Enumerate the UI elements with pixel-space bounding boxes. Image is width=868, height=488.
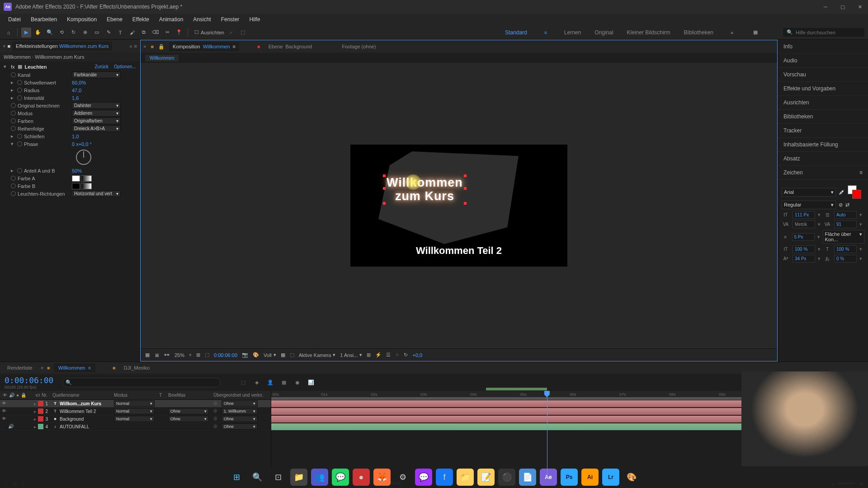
search-taskbar-icon[interactable]: 🔍 (249, 469, 266, 486)
hide-shy-icon[interactable]: 👤 (266, 378, 275, 387)
stopwatch-icon[interactable] (11, 118, 16, 123)
parent-dropdown[interactable]: Ohne▾ (222, 416, 258, 422)
options-link[interactable]: Optionen... (114, 64, 136, 69)
audio-section[interactable]: Audio (778, 54, 868, 68)
menu-ansicht[interactable]: Ansicht (189, 14, 215, 24)
expand-icon[interactable]: ▸ (11, 80, 15, 85)
tracker-section[interactable]: Tracker (778, 124, 868, 138)
stopwatch-icon[interactable] (17, 141, 22, 146)
selection-handle[interactable] (383, 187, 386, 190)
lock-column-icon[interactable]: 🔒 (21, 393, 26, 398)
canvas[interactable]: Willkommen zum Kurs Willkommen Teil 2 (350, 145, 567, 267)
panel-overflow-icon[interactable]: » (129, 43, 132, 49)
pixel-aspect-icon[interactable]: ⊞ (367, 352, 371, 358)
label-column-icon[interactable]: 🏷 (36, 393, 40, 398)
app-icon[interactable]: ⚙ (394, 469, 411, 486)
text-layer-1[interactable]: Willkommen zum Kurs (387, 176, 463, 203)
help-search[interactable]: 🔍 (783, 28, 864, 37)
exposure-value[interactable]: +0,0 (412, 352, 422, 358)
workspace-original[interactable]: Original (594, 29, 613, 36)
obs-icon[interactable]: ⚫ (498, 469, 515, 486)
layer-name[interactable]: Willkom...zum Kurs (60, 401, 101, 406)
stopwatch-icon[interactable] (11, 191, 16, 196)
solo-column-icon[interactable]: ● (16, 393, 19, 398)
content-aware-section[interactable]: Inhaltsbasierte Füllung (778, 138, 868, 152)
panel-menu-icon[interactable]: ≡ (859, 169, 863, 176)
stopwatch-icon[interactable] (17, 168, 22, 173)
help-search-input[interactable] (796, 30, 861, 35)
menu-bearbeiten[interactable]: Bearbeiten (26, 14, 61, 24)
viewer-timecode[interactable]: 0:00:06:00 (214, 352, 237, 358)
menu-datei[interactable]: Datei (4, 14, 25, 24)
parent-dropdown[interactable]: Ohne▾ (222, 423, 258, 430)
align-checkbox[interactable]: ☐ Ausrichten (194, 29, 224, 35)
expand-icon[interactable]: ▸ (11, 133, 15, 139)
effect-name[interactable]: Leuchten (25, 64, 47, 70)
eyedropper-icon[interactable] (81, 183, 92, 189)
menu-komposition[interactable]: Komposition (62, 14, 101, 24)
close-button[interactable]: ✕ (855, 2, 864, 11)
app-icon[interactable]: 📄 (519, 469, 536, 486)
visibility-toggle[interactable]: 👁 (2, 401, 7, 406)
character-section-header[interactable]: Zeichen≡ (778, 166, 868, 180)
reset-link[interactable]: Zurück (95, 64, 109, 69)
roto-tool[interactable]: ✂ (162, 28, 172, 38)
kanal-dropdown[interactable]: Farbkanäle▾ (72, 71, 121, 78)
expand-icon[interactable]: ▸ (34, 409, 36, 414)
motion-blur-icon[interactable]: ◉ (293, 378, 302, 387)
blend-mode-dropdown[interactable]: Normal▾ (114, 400, 155, 407)
mask-icon[interactable]: 👓 (164, 352, 170, 358)
timeline-timecode[interactable]: 0:00:06:00 (5, 375, 53, 385)
tab-close-icon[interactable]: × (143, 44, 146, 49)
selection-handle[interactable] (383, 202, 386, 205)
frame-blend-icon[interactable]: ▦ (279, 378, 288, 387)
effects-presets-section[interactable]: Effekte und Vorgaben (778, 82, 868, 96)
panel-close-icon[interactable]: × (3, 43, 5, 49)
richtungen-dropdown[interactable]: Horizontal und vert▾ (72, 190, 121, 197)
firefox-icon[interactable]: 🦊 (373, 469, 391, 486)
tab-close-icon[interactable]: × (41, 365, 43, 371)
layer-tab[interactable]: Ebene Background (265, 42, 316, 51)
stopwatch-icon[interactable] (11, 183, 16, 188)
schleifen-value[interactable]: 1,0 (72, 134, 79, 139)
tsume-input[interactable] (834, 255, 857, 263)
stopwatch-icon[interactable] (11, 176, 16, 181)
folder-icon[interactable]: 📁 (457, 469, 474, 486)
stopwatch-icon[interactable] (11, 103, 16, 108)
maximize-button[interactable]: ▢ (838, 2, 847, 11)
layer-color-tag[interactable] (38, 424, 43, 429)
expand-icon[interactable]: ▾ (11, 141, 15, 147)
display-icon[interactable]: ▦ (145, 352, 150, 358)
expand-icon[interactable]: ▸ (11, 168, 15, 174)
expand-icon[interactable]: ▸ (11, 87, 15, 93)
selection-handle[interactable] (464, 174, 467, 177)
farbe-a-swatch[interactable] (72, 175, 80, 182)
expand-icon[interactable]: ▾ (4, 64, 8, 70)
farben-dropdown[interactable]: Originalfarben▾ (72, 117, 121, 124)
composition-viewer[interactable]: Willkommen zum Kurs Willkommen Teil 2 (141, 63, 777, 348)
menu-hilfe[interactable]: Hilfe (245, 14, 264, 24)
facebook-icon[interactable]: f (436, 469, 453, 486)
draft-3d-icon[interactable]: ◈ (252, 378, 261, 387)
bbox-icon[interactable]: ⬚ (238, 28, 248, 38)
transparency-icon[interactable]: ▦ (281, 352, 285, 358)
rect-tool[interactable]: ▭ (92, 28, 102, 38)
stroke-color[interactable] (852, 190, 861, 199)
workspace-standard[interactable]: Standard (505, 29, 527, 36)
anteil-value[interactable]: 50% (72, 168, 82, 174)
trkmat-column-header[interactable]: T (159, 393, 168, 398)
parent-dropdown[interactable]: Ohne▾ (222, 400, 258, 407)
workspace-menu-icon[interactable]: ≡ (541, 28, 551, 38)
workspace-grid-icon[interactable]: ▦ (750, 28, 760, 38)
layer-color-tag[interactable] (38, 401, 43, 406)
timeline-search[interactable]: 🔍 (62, 378, 221, 387)
eyedropper-icon[interactable]: 💉 (839, 189, 845, 195)
task-view-icon[interactable]: ⊡ (269, 469, 287, 486)
track-matte-dropdown[interactable]: Ohne▾ (168, 408, 209, 414)
footage-timeline-tab[interactable]: DJI_Mexiko (119, 363, 154, 372)
stroke-type-dropdown[interactable]: Fläche über Kon...▾ (823, 230, 865, 244)
resolution-dropdown[interactable]: Voll ▾ (264, 352, 276, 358)
visibility-toggle[interactable]: 👁 (2, 416, 7, 422)
render-queue-tab[interactable]: Renderliste (3, 363, 37, 372)
zoom-tool[interactable]: 🔍 (45, 28, 55, 38)
